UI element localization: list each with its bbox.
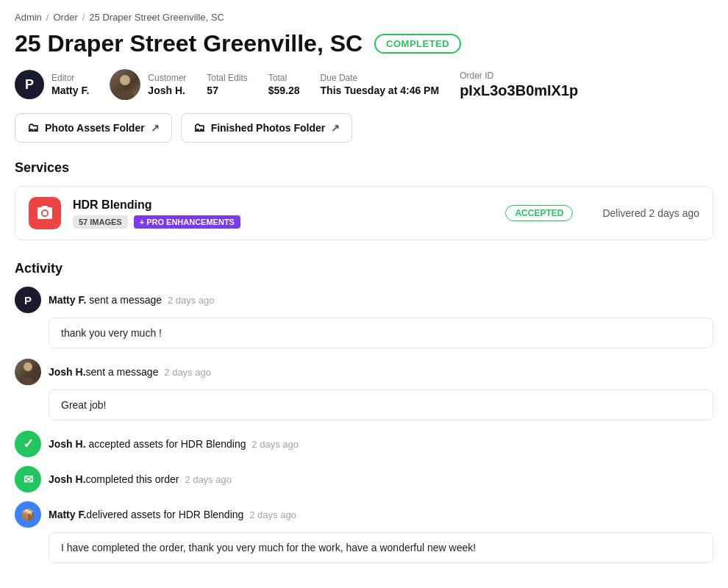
breadcrumb-order[interactable]: Order xyxy=(53,12,77,23)
activity-time-1: 2 days ago xyxy=(168,295,215,306)
folder-icon: 🗂 xyxy=(27,121,39,135)
activity-avatar-deliver: 📦 xyxy=(15,501,41,528)
customer-label: Customer xyxy=(148,73,186,83)
page-title: 25 Draper Street Greenville, SC xyxy=(15,30,363,57)
total-value: $59.28 xyxy=(268,85,300,96)
page-header: 25 Draper Street Greenville, SC COMPLETE… xyxy=(15,30,713,57)
folder-icon-2: 🗂 xyxy=(193,121,205,135)
activity-text-3: Josh H. accepted assets for HDR Blending… xyxy=(49,438,299,450)
activity-sender-2: Josh H. xyxy=(49,366,86,378)
service-name: HDR Blending xyxy=(73,198,493,212)
activity-item-4: ✉ Josh H.completed this order 2 days ago xyxy=(15,466,713,492)
activity-item-2: Josh H.sent a message 2 days ago Great j… xyxy=(15,359,713,420)
activity-avatar-matty: P xyxy=(15,287,41,313)
activity-sender-1: Matty F. xyxy=(49,294,86,306)
total-edits-label: Total Edits xyxy=(207,73,247,83)
breadcrumb: Admin / Order / 25 Draper Street Greenvi… xyxy=(15,12,713,23)
order-id-label: Order ID xyxy=(460,71,578,81)
status-badge: COMPLETED xyxy=(374,34,461,54)
photo-assets-folder-button[interactable]: 🗂 Photo Assets Folder ↗ xyxy=(15,113,172,143)
activity-action-4: completed this order xyxy=(86,473,179,485)
activity-action-5: delivered assets for HDR Blending xyxy=(86,509,243,520)
total-block: Total $59.28 xyxy=(268,73,300,96)
activity-avatar-josh xyxy=(15,359,41,385)
activity-section: Activity P Matty F. sent a message 2 day… xyxy=(15,261,713,563)
tag-images: 57 IMAGES xyxy=(73,215,128,229)
services-title: Services xyxy=(15,160,713,176)
service-card: HDR Blending 57 IMAGES + PRO ENHANCEMENT… xyxy=(15,186,713,240)
editor-name: Matty F. xyxy=(51,85,89,96)
order-meta: P Editor Matty F. Customer Josh H. Total… xyxy=(15,69,713,100)
service-tags: 57 IMAGES + PRO ENHANCEMENTS xyxy=(73,215,493,229)
total-label: Total xyxy=(268,73,300,83)
finished-photos-folder-button[interactable]: 🗂 Finished Photos Folder ↗ xyxy=(181,113,353,143)
order-id-value: pIxL3o3B0mIX1p xyxy=(460,82,578,99)
activity-item-5: 📦 Matty F.delivered assets for HDR Blend… xyxy=(15,501,713,563)
external-link-icon-2: ↗ xyxy=(331,122,340,134)
editor-avatar: P xyxy=(15,70,44,99)
activity-time-3: 2 days ago xyxy=(251,439,299,450)
breadcrumb-current: 25 Draper Street Greenville, SC xyxy=(89,12,224,23)
activity-action-3: accepted assets for HDR Blending xyxy=(86,438,246,450)
editor-info: Editor Matty F. xyxy=(51,73,89,96)
service-info: HDR Blending 57 IMAGES + PRO ENHANCEMENT… xyxy=(73,198,493,229)
customer-name: Josh H. xyxy=(148,85,186,96)
activity-item-1: P Matty F. sent a message 2 days ago tha… xyxy=(15,287,713,348)
activity-sender-5: Matty F. xyxy=(49,509,86,520)
folder-buttons: 🗂 Photo Assets Folder ↗ 🗂 Finished Photo… xyxy=(15,113,713,143)
activity-text-5: Matty F.delivered assets for HDR Blendin… xyxy=(49,509,296,520)
delivered-text: Delivered 2 days ago xyxy=(602,207,699,219)
breadcrumb-admin[interactable]: Admin xyxy=(15,12,42,23)
editor-block: P Editor Matty F. xyxy=(15,70,89,99)
customer-info: Customer Josh H. xyxy=(148,73,186,96)
activity-header-2: Josh H.sent a message 2 days ago xyxy=(15,359,713,385)
activity-time-2: 2 days ago xyxy=(164,367,211,378)
due-date-label: Due Date xyxy=(321,73,440,83)
message-bubble-2: Great job! xyxy=(49,390,713,420)
finished-photos-label: Finished Photos Folder xyxy=(211,122,326,134)
activity-header-5: 📦 Matty F.delivered assets for HDR Blend… xyxy=(15,501,713,528)
editor-label: Editor xyxy=(51,73,89,83)
activity-text-4: Josh H.completed this order 2 days ago xyxy=(49,473,232,485)
message-bubble-5: I have completed the order, thank you ve… xyxy=(49,532,713,563)
photo-assets-label: Photo Assets Folder xyxy=(45,122,145,134)
due-date-block: Due Date This Tuesday at 4:46 PM xyxy=(321,73,440,96)
activity-title: Activity xyxy=(15,261,713,276)
activity-header-1: P Matty F. sent a message 2 days ago xyxy=(15,287,713,313)
activity-item-3: ✓ Josh H. accepted assets for HDR Blendi… xyxy=(15,431,713,457)
activity-time-5: 2 days ago xyxy=(249,509,296,520)
activity-avatar-complete: ✉ xyxy=(15,466,41,492)
activity-action-2: sent a message xyxy=(86,366,159,378)
message-bubble-1: thank you very much ! xyxy=(49,318,713,348)
customer-avatar xyxy=(110,69,140,100)
total-edits-block: Total Edits 57 xyxy=(207,73,247,96)
activity-action-1: sent a message xyxy=(86,294,162,306)
activity-sender-3: Josh H. xyxy=(49,438,86,450)
activity-text-2: Josh H.sent a message 2 days ago xyxy=(49,366,211,378)
customer-block: Customer Josh H. xyxy=(110,69,186,100)
activity-avatar-check: ✓ xyxy=(15,431,41,457)
activity-text-1: Matty F. sent a message 2 days ago xyxy=(49,294,215,306)
order-id-block: Order ID pIxL3o3B0mIX1p xyxy=(460,71,578,99)
due-date-value: This Tuesday at 4:46 PM xyxy=(321,85,440,96)
camera-icon xyxy=(36,204,54,222)
external-link-icon: ↗ xyxy=(151,122,160,134)
services-section: Services HDR Blending 57 IMAGES + PRO EN… xyxy=(15,160,713,240)
activity-sender-4: Josh H. xyxy=(49,473,86,485)
service-icon-box xyxy=(29,197,61,229)
activity-time-4: 2 days ago xyxy=(185,474,232,485)
tag-pro: + PRO ENHANCEMENTS xyxy=(134,215,240,229)
total-edits-value: 57 xyxy=(207,85,247,96)
accepted-badge: ACCEPTED xyxy=(505,205,573,221)
